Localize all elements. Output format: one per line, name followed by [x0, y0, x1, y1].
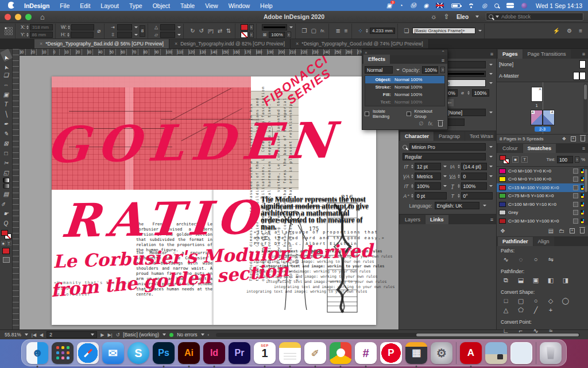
- fill-stroke-indicator[interactable]: [1, 230, 11, 239]
- kerning-field[interactable]: Metrics: [415, 172, 441, 180]
- first-page-button[interactable]: |◀: [32, 332, 36, 338]
- scale-x-chevron-icon[interactable]: [134, 26, 138, 28]
- baseline-shift-field[interactable]: 0 pt: [415, 192, 447, 200]
- premiere-icon[interactable]: Pr: [229, 342, 250, 364]
- shear-chevron-icon[interactable]: [177, 34, 181, 36]
- pathfinder-operation-icon[interactable]: ⬓: [517, 277, 525, 284]
- y-position-field[interactable]: 86 mm: [30, 32, 53, 38]
- minimize-window-button[interactable]: [15, 14, 21, 20]
- fill-color-expand-button[interactable]: ›: [249, 24, 254, 30]
- delete-effect-icon[interactable]: [438, 121, 443, 126]
- swatches-panel-menu-icon[interactable]: ≡: [582, 145, 585, 151]
- x-stepper[interactable]: [26, 25, 29, 29]
- isolate-blending-checkbox[interactable]: [365, 112, 369, 116]
- headline-golden[interactable]: GOLDEN: [45, 116, 343, 170]
- rotate-ccw-icon[interactable]: ↺: [198, 28, 205, 34]
- pathfinder-operation-icon[interactable]: ▣: [532, 277, 540, 284]
- formatting-affects-text-icon[interactable]: T: [7, 241, 11, 246]
- stroke-panel-menu-icon[interactable]: ≡: [490, 51, 493, 57]
- user-account-icon[interactable]: ◎: [482, 2, 487, 9]
- apply-color-button[interactable]: [2, 248, 10, 254]
- w-stepper[interactable]: [68, 25, 70, 29]
- height-field[interactable]: [71, 32, 94, 38]
- blank-app[interactable]: [510, 342, 532, 364]
- apple-menu[interactable]: [6, 2, 19, 10]
- blend-mode-dropdown[interactable]: Normal: [365, 66, 393, 74]
- path-operation-icon[interactable]: ◌: [517, 256, 525, 263]
- character-panel-menu-icon[interactable]: ≡: [490, 133, 493, 139]
- show-swatch-kinds-icon[interactable]: ❖: [500, 228, 505, 234]
- battery-icon[interactable]: [451, 3, 461, 8]
- font-family-dropdown[interactable]: Minion Pro: [409, 143, 486, 151]
- document-tab[interactable]: × Design_Typography.indd @ 82% [GPU Prev…: [169, 39, 291, 48]
- last-page-button[interactable]: ▶|: [107, 332, 112, 338]
- baseline-stepper[interactable]: [411, 194, 413, 198]
- skype-icon[interactable]: S: [127, 342, 149, 364]
- scissors-tool[interactable]: ✂: [1, 158, 11, 167]
- zoom-window-button[interactable]: [25, 14, 32, 20]
- effects-collapse-icon[interactable]: ⌃: [441, 50, 445, 55]
- skew-field[interactable]: 0°: [461, 192, 493, 200]
- scroll-left-icon[interactable]: ‹: [208, 332, 210, 338]
- tint-field[interactable]: 100: [557, 156, 573, 163]
- page-number-dropdown[interactable]: 2: [47, 331, 97, 338]
- rotation-angle-field[interactable]: [160, 24, 175, 30]
- pages-panel-menu-icon[interactable]: ≡: [582, 51, 585, 57]
- free-transform-tool[interactable]: ◱: [1, 168, 11, 177]
- zoom-chevron-icon[interactable]: [25, 334, 28, 336]
- effects-target-row[interactable]: Fill: Normal 100%: [365, 91, 444, 98]
- control-menu-icon[interactable]: ≡: [578, 28, 583, 34]
- stroke-color-expand-button[interactable]: ›: [249, 32, 254, 38]
- formatting-affects-container-icon[interactable]: ■: [1, 241, 6, 246]
- chrome-icon[interactable]: [330, 342, 351, 364]
- links-panel-menu-icon[interactable]: ≡: [490, 217, 493, 223]
- app-update-icon[interactable]: ▣3: [386, 2, 392, 9]
- preflight-profile-dropdown[interactable]: [Basic] (working): [123, 332, 159, 338]
- corner-radius-field[interactable]: 4.233 mm: [370, 28, 395, 34]
- pathfinder-operation-icon[interactable]: ◧: [547, 277, 555, 284]
- learn-bulb-icon[interactable]: ☼: [431, 13, 437, 21]
- line-tool[interactable]: ╲: [1, 109, 11, 118]
- convert-shape-icon[interactable]: ╱: [532, 306, 540, 314]
- control-gear-icon[interactable]: ⚙: [566, 28, 573, 34]
- document-tab[interactable]: × *Design_Typography_Bad.indd @ 56% [GPU…: [34, 39, 169, 48]
- system-preferences[interactable]: ⚙: [431, 342, 452, 364]
- menubar-app-menu[interactable]: InDesign: [19, 2, 55, 9]
- stroke-weight-dropdown[interactable]: [262, 24, 287, 30]
- end-chevron-icon[interactable]: [489, 82, 493, 84]
- opacity-expand-button[interactable]: ›: [287, 32, 291, 38]
- stock-search-input[interactable]: Adobe Stock: [486, 13, 583, 21]
- convert-shape-icon[interactable]: △: [502, 306, 510, 314]
- gradient-swatch-tool[interactable]: [3, 178, 10, 183]
- preset-chevron-icon[interactable]: [163, 334, 166, 336]
- close-window-button[interactable]: [5, 14, 11, 20]
- menubar-item[interactable]: Window: [223, 2, 255, 9]
- effects-target-row[interactable]: Object: Normal 100%: [365, 76, 444, 83]
- tab-pages[interactable]: Pages: [498, 49, 523, 59]
- calculator-icon[interactable]: ▦: [405, 342, 427, 364]
- acrobat-icon[interactable]: A: [460, 342, 482, 364]
- horizontal-ruler[interactable]: 3020100102030405060708090100110120130140…: [20, 49, 399, 56]
- user-menu[interactable]: Eleo: [457, 14, 469, 20]
- pencil-tool[interactable]: ✎: [1, 129, 11, 138]
- scale-y-chevron-icon[interactable]: [134, 34, 138, 36]
- rotate-cw-icon[interactable]: ↻: [189, 28, 196, 34]
- wifi-icon[interactable]: [468, 3, 474, 8]
- effects-opacity-field[interactable]: 100%: [422, 66, 438, 74]
- gap-colour-dropdown[interactable]: [None]: [446, 109, 486, 116]
- fill-swatch[interactable]: [1, 230, 8, 236]
- hscale-stepper[interactable]: [458, 184, 460, 188]
- convert-shape-icon[interactable]: ○: [532, 297, 540, 305]
- opacity-slider-button[interactable]: ›: [440, 67, 445, 73]
- scale-x-field[interactable]: [117, 24, 132, 30]
- menubar-item[interactable]: Table: [175, 2, 200, 9]
- font-style-dropdown[interactable]: Regular: [403, 153, 486, 160]
- tab-close-icon[interactable]: ×: [175, 41, 177, 47]
- convert-shape-icon[interactable]: +: [547, 306, 555, 314]
- home-icon[interactable]: ⌂: [40, 13, 45, 21]
- tracking-field[interactable]: 0: [461, 172, 488, 180]
- zoom-level-dropdown[interactable]: 55.81%: [5, 332, 21, 338]
- new-swatch-icon[interactable]: [570, 228, 575, 233]
- menubar-item[interactable]: File: [55, 2, 75, 9]
- constrain-proportions-icon[interactable]: ⌀: [96, 28, 102, 34]
